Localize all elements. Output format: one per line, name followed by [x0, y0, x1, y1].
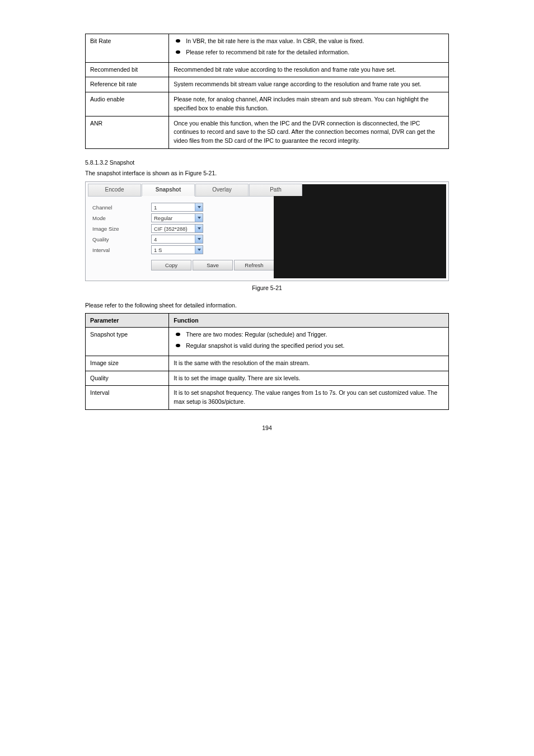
section-heading: 5.8.1.3.2 Snapshot: [85, 159, 449, 166]
section-body: The snapshot interface is shown as in Fi…: [85, 169, 449, 178]
table-row: ANR Once you enable this function, when …: [86, 116, 449, 148]
func-cell: It is the same with the resolution of th…: [169, 356, 449, 371]
section-number: 5.8.1.3.2: [85, 159, 108, 166]
param-cell: Recommended bit: [86, 62, 169, 77]
select-value: 4: [152, 236, 195, 242]
table-row: Reference bit rate System recommends bit…: [86, 77, 449, 92]
chevron-down-icon: [195, 225, 203, 232]
param-cell: Audio enable: [86, 92, 169, 116]
table-row: Image size It is the same with the resol…: [86, 356, 449, 371]
table-row: Recommended bit Recommended bit rate val…: [86, 62, 449, 77]
select-interval[interactable]: 1 S: [151, 245, 203, 254]
chevron-down-icon: [195, 246, 203, 254]
figure-caption: Figure 5-21: [85, 284, 449, 291]
section-title-text: Snapshot: [110, 159, 134, 166]
tab-path[interactable]: Path: [249, 184, 302, 196]
func-cell: Once you enable this function, when the …: [169, 116, 449, 148]
select-mode[interactable]: Regular: [151, 213, 203, 222]
param-cell: ANR: [86, 116, 169, 148]
bullet: Regular snapshot is valid during the spe…: [174, 342, 444, 351]
param-cell: Interval: [86, 386, 169, 410]
func-cell: It is to set the image quality. There ar…: [169, 371, 449, 386]
func-cell: System recommends bit stream value range…: [169, 77, 449, 92]
ui-dark-area: [274, 184, 446, 278]
tab-overlay[interactable]: Overlay: [195, 184, 249, 196]
label-quality: Quality: [92, 236, 109, 242]
page-number: 194: [85, 424, 449, 431]
select-value: 1: [152, 204, 195, 211]
col-header-function: Function: [169, 314, 449, 328]
label-interval: Interval: [92, 247, 110, 253]
refresh-button[interactable]: Refresh: [234, 260, 274, 270]
param-table-2: Parameter Function Snapshot type There a…: [85, 313, 449, 410]
table2-intro: Please refer to the following sheet for …: [85, 301, 449, 310]
select-channel[interactable]: 1: [151, 203, 203, 212]
chevron-down-icon: [195, 214, 203, 222]
select-value: CIF (352*288): [152, 226, 195, 232]
func-cell: In VBR, the bit rate here is the max val…: [169, 34, 449, 63]
save-button[interactable]: Save: [193, 260, 233, 270]
select-quality[interactable]: 4: [151, 235, 203, 244]
col-header-parameter: Parameter: [86, 314, 169, 328]
select-value: Regular: [152, 215, 195, 221]
table-row: Snapshot type There are two modes: Regul…: [86, 328, 449, 356]
bullet: There are two modes: Regular (schedule) …: [174, 330, 444, 339]
tab-snapshot[interactable]: Snapshot: [142, 184, 195, 196]
snapshot-ui-screenshot: Encode Snapshot Overlay Path Channel Mod…: [85, 181, 449, 281]
param-cell: Bit Rate: [86, 34, 169, 63]
table-row: Bit Rate In VBR, the bit rate here is th…: [86, 34, 449, 63]
param-cell: Reference bit rate: [86, 77, 169, 92]
tab-encode[interactable]: Encode: [88, 184, 141, 196]
label-channel: Channel: [92, 204, 112, 211]
label-image-size: Image Size: [92, 226, 119, 232]
param-cell: Image size: [86, 356, 169, 371]
func-cell: Please note, for analog channel, ANR inc…: [169, 92, 449, 116]
bullet: Please refer to recommend bit rate for t…: [174, 48, 444, 57]
param-table-1: Bit Rate In VBR, the bit rate here is th…: [85, 34, 449, 149]
label-mode: Mode: [92, 215, 106, 221]
table-row: Quality It is to set the image quality. …: [86, 371, 449, 386]
func-cell: There are two modes: Regular (schedule) …: [169, 328, 449, 356]
table-row: Audio enable Please note, for analog cha…: [86, 92, 449, 116]
func-cell: Recommended bit rate value according to …: [169, 62, 449, 77]
bullet: In VBR, the bit rate here is the max val…: [174, 37, 444, 46]
select-value: 1 S: [152, 247, 195, 253]
param-cell: Snapshot type: [86, 328, 169, 356]
copy-button[interactable]: Copy: [151, 260, 191, 270]
func-cell: It is to set snapshot frequency. The val…: [169, 386, 449, 410]
chevron-down-icon: [195, 203, 203, 211]
select-image-size[interactable]: CIF (352*288): [151, 224, 203, 233]
table-row: Interval It is to set snapshot frequency…: [86, 386, 449, 410]
param-cell: Quality: [86, 371, 169, 386]
chevron-down-icon: [195, 235, 203, 243]
